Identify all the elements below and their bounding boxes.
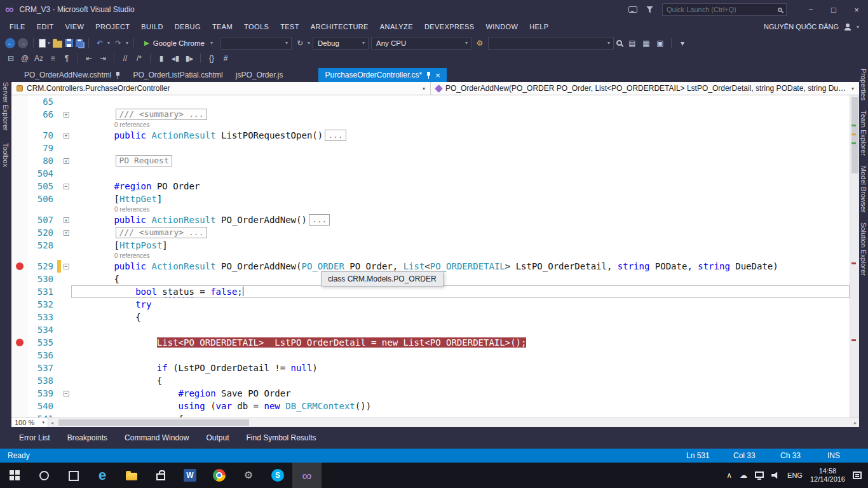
- code-text[interactable]: [HttpGet]: [71, 193, 850, 205]
- close-icon[interactable]: ×: [435, 71, 440, 79]
- panel-tab-output[interactable]: Output: [206, 433, 229, 442]
- fold-expand-icon[interactable]: +: [64, 158, 69, 164]
- zoom-control[interactable]: 100 % ▾: [11, 418, 48, 427]
- code-line-70[interactable]: 70+ public ActionResult ListPORequestOpe…: [11, 129, 850, 142]
- code-text[interactable]: {: [71, 311, 850, 323]
- dev-tool-icon[interactable]: [234, 463, 263, 488]
- menu-view[interactable]: VIEW: [60, 23, 90, 30]
- breakpoint-margin[interactable]: [11, 121, 28, 129]
- start-debug-button[interactable]: ▶Google Chrome▾: [139, 37, 218, 50]
- toolbox-icon[interactable]: ▣: [654, 37, 666, 49]
- uncomment-icon[interactable]: /*: [133, 53, 145, 64]
- code-line-533[interactable]: 533 {: [11, 311, 850, 323]
- scrollbar-thumb[interactable]: [58, 419, 249, 426]
- account-area[interactable]: NGUYỄN QUỐC ĐĂNG ▾: [764, 23, 868, 30]
- breakpoint-margin[interactable]: [11, 167, 28, 180]
- code-text[interactable]: public ActionResult PO_OrderAddNew()...: [71, 214, 850, 226]
- side-tab-model-browser[interactable]: Model Browser: [860, 166, 867, 212]
- code-text[interactable]: {: [71, 273, 850, 285]
- outlining-margin[interactable]: +: [61, 226, 71, 239]
- skype-icon[interactable]: [263, 463, 292, 488]
- breakpoint-margin[interactable]: [11, 400, 28, 412]
- menu-edit[interactable]: EDIT: [31, 23, 60, 30]
- outlining-margin[interactable]: −: [61, 260, 71, 273]
- maximize-button[interactable]: □: [822, 0, 845, 19]
- solution-platform-combo[interactable]: Any CPU▾: [371, 37, 471, 50]
- code-line-540[interactable]: 540 using (var db = new DB_CRMContext()): [11, 400, 850, 412]
- menu-window[interactable]: WINDOW: [480, 23, 524, 30]
- breakpoint-margin[interactable]: [11, 108, 28, 121]
- outlining-margin[interactable]: [61, 336, 71, 349]
- menu-team[interactable]: TEAM: [207, 23, 238, 30]
- code-text[interactable]: {: [71, 412, 850, 417]
- breakpoint-icon[interactable]: [16, 339, 24, 346]
- breakpoint-margin[interactable]: [11, 95, 28, 108]
- code-line-79[interactable]: 79: [11, 142, 850, 154]
- breakpoint-margin[interactable]: [11, 142, 28, 154]
- menu-architecture[interactable]: ARCHITECTURE: [305, 23, 374, 30]
- breakpoint-margin[interactable]: [11, 298, 28, 311]
- code-text[interactable]: if (LstPO_OrderDetail != null): [71, 362, 850, 374]
- whitespace-icon[interactable]: ¶: [61, 53, 72, 64]
- code-line-520[interactable]: 520+ /// <summary> ...: [11, 226, 850, 239]
- code-text[interactable]: /// <summary> ...: [71, 226, 850, 239]
- menu-file[interactable]: FILE: [4, 23, 31, 30]
- code-line-534[interactable]: 534: [11, 323, 850, 336]
- code-line-535[interactable]: 535 List<PO_ORDERDETAIL> _LstPO_OrderDet…: [11, 336, 850, 349]
- code-text[interactable]: List<PO_ORDERDETAIL> _LstPO_OrderDetail …: [71, 336, 850, 349]
- code-line-536[interactable]: 536: [11, 349, 850, 362]
- code-line-537[interactable]: 537 if (LstPO_OrderDetail != null): [11, 362, 850, 374]
- properties-window-icon[interactable]: ▦: [641, 37, 652, 49]
- menu-devexpress[interactable]: DEVEXPRESS: [419, 23, 480, 30]
- pin-icon[interactable]: [426, 72, 431, 79]
- menu-debug[interactable]: DEBUG: [169, 23, 207, 30]
- task-view-button[interactable]: [58, 463, 88, 488]
- breakpoint-margin[interactable]: [11, 362, 28, 374]
- code-line-538[interactable]: 538 {: [11, 374, 850, 387]
- toolbar-combo[interactable]: ▾: [488, 37, 614, 50]
- breakpoint-margin[interactable]: [11, 412, 28, 417]
- document-tab-1[interactable]: PO_OrderAddNew.cshtml: [18, 68, 126, 82]
- feedback-icon[interactable]: [628, 6, 637, 13]
- breakpoint-margin[interactable]: [11, 260, 28, 273]
- code-text[interactable]: using (var db = new DB_CRMContext()): [71, 400, 850, 412]
- code-text[interactable]: [71, 167, 850, 180]
- breakpoint-margin[interactable]: [11, 193, 28, 205]
- code-line-539[interactable]: 539− #region Save PO Order: [11, 387, 850, 400]
- code-line-506[interactable]: 506 [HttpGet]: [11, 193, 850, 205]
- breakpoint-icon[interactable]: [16, 262, 24, 270]
- outlining-margin[interactable]: [61, 205, 71, 214]
- solution-explorer-icon[interactable]: ▤: [627, 37, 638, 49]
- outlining-margin[interactable]: [61, 239, 71, 252]
- outlining-margin[interactable]: [61, 323, 71, 336]
- breakpoint-margin[interactable]: [11, 154, 28, 167]
- breakpoint-margin[interactable]: [11, 214, 28, 226]
- breakpoint-margin[interactable]: [11, 349, 28, 362]
- code-line-507[interactable]: 507+ public ActionResult PO_OrderAddNew(…: [11, 214, 850, 226]
- language-indicator[interactable]: ENG: [787, 471, 803, 479]
- codelens-references[interactable]: 0 references: [114, 252, 150, 259]
- outlining-margin[interactable]: [61, 400, 71, 412]
- code-text[interactable]: public ActionResult PO_OrderAddNew(PO_OR…: [71, 260, 850, 273]
- codelens-row[interactable]: 0 references: [11, 252, 850, 260]
- outlining-margin[interactable]: +: [61, 214, 71, 226]
- code-text[interactable]: 0 references: [71, 205, 850, 214]
- codelens-row[interactable]: 0 references: [11, 205, 850, 214]
- outlining-margin[interactable]: [61, 95, 71, 108]
- codelens-references[interactable]: 0 references: [114, 121, 150, 128]
- code-line-504[interactable]: 504: [11, 167, 850, 180]
- code-text[interactable]: /// <summary> ...: [71, 108, 850, 121]
- code-line-65[interactable]: 65: [11, 95, 850, 108]
- code-line-529[interactable]: 529− public ActionResult PO_OrderAddNew(…: [11, 260, 850, 273]
- outlining-margin[interactable]: [61, 121, 71, 129]
- menu-tools[interactable]: TOOLS: [238, 23, 275, 30]
- open-file-icon[interactable]: [53, 41, 62, 48]
- side-tab-properties[interactable]: Properties: [860, 69, 867, 100]
- debug-target-combo[interactable]: ▾: [220, 37, 292, 50]
- code-text[interactable]: [71, 323, 850, 336]
- navigate-backward-icon[interactable]: ←: [5, 38, 15, 48]
- menu-project[interactable]: PROJECT: [90, 23, 135, 30]
- toolbar-overflow-icon[interactable]: ▾: [677, 37, 688, 49]
- code-text[interactable]: {: [71, 374, 850, 387]
- fold-collapse-icon[interactable]: −: [64, 391, 69, 396]
